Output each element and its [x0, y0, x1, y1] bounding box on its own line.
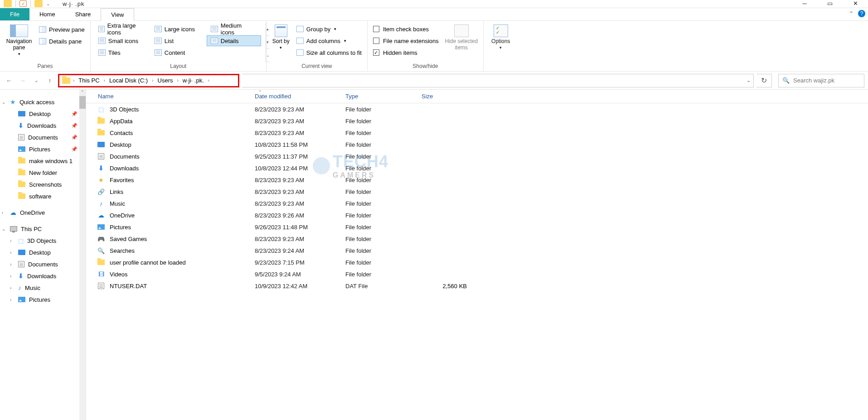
sidebar-item[interactable]: Pictures📌	[0, 143, 86, 155]
expand-icon[interactable]: ⌄	[2, 227, 5, 232]
maximize-button[interactable]: ▭	[817, 0, 843, 8]
add-columns-button[interactable]: Add columns▾	[295, 35, 364, 46]
item-checkboxes-toggle[interactable]: Item check boxes	[371, 24, 441, 34]
layout-option[interactable]: Medium icons	[207, 24, 261, 34]
forward-button[interactable]: →	[17, 75, 28, 86]
hide-selected-button[interactable]: Hide selected items	[443, 23, 480, 62]
qat-dropdown-icon[interactable]: ⌄	[46, 1, 50, 6]
navigation-pane-button[interactable]: Navigation pane ▾	[4, 23, 34, 62]
breadcrumb-segment[interactable]: This PC	[77, 77, 101, 84]
sort-label: Sort by	[272, 38, 290, 44]
expand-icon[interactable]: ⌄	[2, 100, 5, 105]
recent-dropdown[interactable]: ⌄	[31, 75, 42, 86]
scroll-up-icon[interactable]: ⌃	[79, 90, 86, 96]
expand-icon[interactable]: ›	[10, 274, 11, 279]
file-row[interactable]: 🎮Saved Games8/23/2023 9:23 AMFile folder	[86, 233, 868, 245]
sidebar-item[interactable]: ›♪Music	[0, 282, 86, 294]
sidebar-item[interactable]: ›Desktop	[0, 246, 86, 258]
breadcrumb-segment[interactable]: Users	[156, 77, 175, 84]
file-row[interactable]: Pictures9/26/2023 11:48 PMFile folder	[86, 221, 868, 233]
file-row[interactable]: 🎞Videos9/5/2023 9:24 AMFile folder	[86, 268, 868, 280]
address-bar-extension[interactable]: ⌄	[242, 74, 754, 87]
expand-icon[interactable]: ›	[10, 238, 11, 243]
column-date[interactable]: Date modified	[249, 90, 340, 103]
tab-file[interactable]: File	[0, 8, 29, 20]
file-row[interactable]: 🔗Links8/23/2023 9:23 AMFile folder	[86, 186, 868, 198]
layout-option[interactable]: List	[150, 35, 205, 46]
sidebar-item[interactable]: Desktop📌	[0, 108, 86, 120]
close-button[interactable]: ✕	[843, 0, 868, 8]
file-row[interactable]: Documents9/25/2023 11:37 PMFile folder	[86, 150, 868, 162]
file-row[interactable]: NTUSER.DAT10/9/2023 12:42 AMDAT File2,56…	[86, 280, 868, 292]
expand-icon[interactable]: ›	[2, 210, 3, 215]
file-row[interactable]: ☁OneDrive8/23/2023 9:26 AMFile folder	[86, 209, 868, 221]
chevron-right-icon[interactable]: ›	[151, 78, 154, 83]
sidebar-item[interactable]: software	[0, 190, 86, 202]
minimize-button[interactable]: ─	[792, 0, 817, 8]
file-extensions-label: File name extensions	[383, 38, 439, 44]
layout-option[interactable]: Details	[207, 35, 261, 46]
expand-icon[interactable]: ›	[10, 250, 11, 255]
layout-option[interactable]: Small icons	[94, 35, 149, 46]
hidden-items-toggle[interactable]: ✓Hidden items	[371, 47, 441, 58]
sidebar-item[interactable]: ⬇Downloads📌	[0, 120, 86, 131]
sidebar-scrollbar[interactable]: ⌃	[79, 90, 86, 420]
size-all-columns-button[interactable]: Size all columns to fit	[295, 47, 364, 58]
address-bar[interactable]: ›This PC›Local Disk (C:)›Users›w·ji· .pk…	[59, 75, 213, 86]
help-icon[interactable]: ?	[858, 10, 865, 17]
details-pane-button[interactable]: Details pane	[37, 36, 87, 46]
layout-option[interactable]: Content	[150, 47, 205, 58]
collapse-ribbon-icon[interactable]: ⌃	[849, 10, 853, 17]
file-row[interactable]: ★Favorites8/23/2023 9:23 AMFile folder	[86, 174, 868, 186]
chevron-down-icon[interactable]: ⌄	[747, 77, 751, 83]
sidebar-item[interactable]: New folder	[0, 167, 86, 179]
preview-pane-button[interactable]: Preview pane	[37, 24, 87, 34]
sidebar-quick-access[interactable]: ⌄★Quick access	[0, 96, 86, 108]
breadcrumb-segment[interactable]: w·ji· .pk.	[181, 77, 205, 84]
file-row[interactable]: ⬇Downloads10/8/2023 12:44 PMFile folder	[86, 162, 868, 174]
sidebar-item[interactable]: make windows 1	[0, 155, 86, 167]
sort-by-button[interactable]: Sort by ▾	[270, 23, 292, 62]
properties-icon[interactable]: ✓	[19, 0, 27, 7]
sidebar-item[interactable]: ›Pictures	[0, 294, 86, 305]
file-row[interactable]: Contacts8/23/2023 9:23 AMFile folder	[86, 127, 868, 139]
tab-share[interactable]: Share	[65, 8, 101, 20]
file-extensions-toggle[interactable]: File name extensions	[371, 35, 441, 46]
sidebar-this-pc[interactable]: ⌄This PC	[0, 223, 86, 235]
file-row[interactable]: ⬚3D Objects8/23/2023 9:23 AMFile folder	[86, 103, 868, 115]
sidebar-item[interactable]: ›Documents	[0, 258, 86, 270]
layout-option[interactable]: Extra large icons	[94, 24, 149, 34]
tab-view[interactable]: View	[101, 8, 134, 21]
refresh-button[interactable]: ↻	[756, 74, 772, 87]
file-row[interactable]: user profile cannot be loaded9/23/2023 7…	[86, 256, 868, 268]
group-by-button[interactable]: Group by▾	[295, 24, 364, 34]
options-button[interactable]: Options ▾	[487, 23, 514, 62]
expand-icon[interactable]: ›	[10, 262, 11, 267]
file-row[interactable]: ♪Music8/23/2023 9:23 AMFile folder	[86, 198, 868, 209]
back-button[interactable]: ←	[4, 75, 15, 86]
tab-home[interactable]: Home	[29, 8, 65, 20]
file-row[interactable]: Desktop10/8/2023 11:58 PMFile folder	[86, 139, 868, 150]
sidebar-item[interactable]: ›⬚3D Objects	[0, 235, 86, 246]
column-size[interactable]: Size	[416, 90, 466, 103]
column-type[interactable]: Type	[340, 90, 416, 103]
up-button[interactable]: ↑	[44, 75, 55, 86]
layout-option[interactable]: Tiles	[94, 47, 149, 58]
sidebar-onedrive[interactable]: ›☁OneDrive	[0, 207, 86, 218]
chevron-right-icon[interactable]: ›	[176, 78, 179, 83]
expand-icon[interactable]: ›	[10, 285, 11, 290]
sidebar-item[interactable]: ›⬇Downloads	[0, 270, 86, 282]
scroll-thumb[interactable]	[79, 96, 86, 109]
search-box[interactable]: 🔍 Search wajiz.pk	[778, 74, 864, 87]
chevron-right-icon[interactable]: ›	[103, 78, 106, 83]
chevron-right-icon[interactable]: ›	[207, 78, 210, 83]
chevron-right-icon[interactable]: ›	[72, 78, 75, 83]
breadcrumb-segment[interactable]: Local Disk (C:)	[108, 77, 149, 84]
layout-option[interactable]: Large icons	[150, 24, 205, 34]
sidebar-item[interactable]: Documents📌	[0, 131, 86, 143]
file-row[interactable]: 🔍Searches8/23/2023 9:24 AMFile folder	[86, 245, 868, 256]
expand-icon[interactable]: ›	[10, 297, 11, 302]
sidebar-item[interactable]: Screenshots	[0, 179, 86, 190]
file-row[interactable]: AppData8/23/2023 9:23 AMFile folder	[86, 115, 868, 127]
column-name[interactable]: Name⌃	[86, 90, 249, 103]
